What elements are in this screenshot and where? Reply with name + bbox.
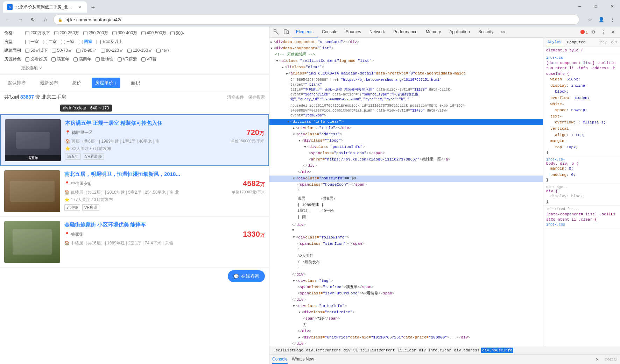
error-count[interactable]: 🔴 1 [580, 28, 588, 36]
room-5plus[interactable]: 五室及以上 [97, 39, 123, 45]
more-options-button[interactable]: 更多选项 ∨ [21, 65, 42, 71]
dom-line[interactable]: ▼ <div class="houseInfo" == $0 [269, 176, 543, 182]
dom-line[interactable]: ▼ <div class="priceInfo" > [269, 303, 543, 309]
dom-line[interactable]: <span class="houseIcon" ></span> [269, 182, 543, 188]
room-1[interactable]: 一室 [25, 39, 39, 45]
minimize-button[interactable]: ─ [572, 0, 588, 13]
console-close-button[interactable]: ✕ [596, 357, 599, 362]
feature-subway[interactable]: 近地铁 [96, 56, 113, 62]
dom-tree[interactable]: ▶ <div data-component="c_semCard" ></div… [269, 38, 543, 346]
listing-title[interactable]: 金融街鲍家街 小区环境优美 能停车 [64, 221, 265, 228]
forward-button[interactable]: → [15, 15, 25, 24]
inspect-element-button[interactable] [272, 28, 281, 36]
bookmark-button[interactable]: ☆ [585, 15, 595, 24]
dom-line[interactable]: ▼ <div class="totalPrice" > [269, 309, 543, 316]
sort-unit-price[interactable]: 房屋单价 ↓ [92, 78, 120, 88]
breadcrumb-item[interactable]: ul.sellListContent [352, 348, 396, 353]
feature-good[interactable]: 必看好房 [25, 56, 47, 62]
area-120-150[interactable]: 120-150㎡ [127, 48, 152, 53]
dom-line[interactable]: </div> [269, 272, 543, 278]
listing-card[interactable]: 满五年 本房满五年 正规一居室 精装修可拎包入住 📍 德胜里一区 720万 [0, 114, 269, 166]
breadcrumb-item-selected[interactable]: div.houseInfo [481, 348, 513, 353]
price-250-300[interactable]: 250-300万 [83, 30, 108, 36]
listing-title[interactable]: 南北五居，明厨明卫，恒温恒湿恒氧新风，2018... [64, 170, 265, 178]
room-4[interactable]: 四室 [79, 39, 92, 45]
price-500-plus[interactable]: 500- [170, 31, 184, 36]
dom-line[interactable]: ▼ <ul class="sellListContent" log-mod="l… [269, 58, 543, 64]
listing-card[interactable]: 南北五居，明厨明卫，恒温恒湿恒氧新风，2018... 📍 中信国安府 4582万… [0, 166, 269, 217]
whats-new-tab[interactable]: What's New [292, 355, 314, 364]
feature-vr[interactable]: VR房源 [118, 56, 137, 62]
style-filter[interactable]: :hov .cls [598, 40, 617, 44]
room-3[interactable]: 三室 [61, 39, 75, 45]
sort-area[interactable]: 面积 [127, 78, 143, 88]
dom-line[interactable]: <span >720</span> [269, 316, 543, 322]
back-button[interactable]: ← [3, 15, 13, 24]
room-2[interactable]: 二室 [43, 39, 57, 45]
listing-card[interactable]: 金融街鲍家街 小区环境优美 能停车 📍 鲍家街 1330万 🏠 中楼层（共16层… [0, 217, 269, 267]
dom-line[interactable]: </div> [269, 169, 543, 176]
dom-line[interactable]: 64408954298490088" href="https://bj.ke.c… [269, 77, 465, 103]
breadcrumb-item[interactable]: div [343, 348, 352, 353]
dom-line[interactable]: <span class="isVrFutureHome" >VR看装修</spa… [269, 291, 543, 297]
browser-tab[interactable]: K 北京单价从高到低二手房_北京房... ✕ [3, 1, 87, 13]
home-button[interactable]: ⌂ [41, 15, 50, 24]
computed-tab[interactable]: Computed [566, 40, 587, 45]
dom-line[interactable]: </div> [269, 222, 543, 228]
tab-security[interactable]: Security [474, 27, 498, 37]
devtools-close-button[interactable]: ✕ [609, 28, 617, 36]
feature-5year[interactable]: 满五年 [51, 56, 69, 62]
address-bar[interactable]: 🔒 bj.ke.com/ershoufang/co42/ [53, 15, 579, 24]
dom-line[interactable]: ▼ <div class="address" > [269, 131, 543, 138]
save-search-button[interactable]: 保存搜索 [248, 94, 265, 100]
dom-line[interactable]: ▶ <div class="title" ></div> [269, 125, 543, 131]
device-mode-button[interactable] [282, 28, 290, 36]
refresh-button[interactable]: ↻ [28, 15, 38, 24]
tab-application[interactable]: Application [445, 27, 474, 37]
clear-conditions-button[interactable]: 清空条件 [227, 94, 244, 100]
price-300-400[interactable]: 300-400万 [112, 30, 137, 36]
dom-line[interactable]: <!-- 无搜索结果 --> [269, 52, 543, 58]
dom-line[interactable]: <a href="https://bj.ke.com/xiaoqu/111102… [269, 157, 543, 163]
dom-line[interactable]: <span class="positionIcon" ></span> [269, 150, 543, 157]
sort-default[interactable]: 默认排序 [4, 78, 29, 88]
breadcrumb-item[interactable]: div.address [453, 348, 481, 353]
dom-line[interactable]: ▶ <div class="unitPrice" data-hid="10110… [269, 335, 543, 341]
feature-vr2[interactable]: VR着 [141, 56, 157, 62]
tab-sources[interactable]: Sources [341, 27, 365, 37]
devtools-settings-button[interactable]: ⚙ [589, 28, 598, 36]
new-tab-button[interactable]: + [88, 3, 98, 13]
dom-line[interactable]: ▼ <div class="info clear" > [269, 119, 543, 125]
tab-memory[interactable]: Memory [422, 27, 445, 37]
tab-elements[interactable]: Elements [292, 27, 318, 37]
price-400-500[interactable]: 400-500万 [141, 30, 166, 36]
devtools-menu-button[interactable]: ⋮ [599, 28, 607, 36]
menu-button[interactable]: ⋮ [607, 15, 617, 24]
dom-line[interactable]: ▼ <div class="positionInfo" > [269, 144, 543, 150]
price-200-below[interactable]: 200万以下 [25, 30, 50, 36]
dom-line[interactable]: </div> [269, 297, 543, 303]
dom-line[interactable]: ▶ <li class="clear" > [269, 64, 543, 71]
dom-line[interactable]: </div> [269, 328, 543, 335]
sort-newest[interactable]: 最新发布 [36, 78, 62, 88]
dom-line[interactable]: " [269, 247, 543, 253]
area-150plus[interactable]: 150- [156, 48, 170, 53]
tab-console[interactable]: Console [318, 27, 341, 37]
dom-line[interactable]: <span class="sterIcon" ></span> [269, 241, 543, 247]
close-button[interactable]: ✕ [604, 0, 620, 13]
breadcrumb-item[interactable]: .sellListPage [272, 348, 304, 353]
more-options-row[interactable]: 更多选项 ∨ [4, 64, 265, 72]
console-tab[interactable]: Console [272, 355, 288, 364]
tab-performance[interactable]: Performance [389, 27, 422, 37]
dom-line[interactable]: ▼ <div class="followInfo" > [269, 234, 543, 241]
dom-line[interactable]: </div> [269, 341, 543, 346]
breadcrumb-item[interactable]: div.leftContent [305, 348, 342, 353]
feature-2year[interactable]: 满两年 [73, 56, 91, 62]
dom-line[interactable]: " [269, 188, 543, 194]
dom-line[interactable]: ▶ <div data-component="c_semCard" ></div… [269, 39, 543, 45]
price-200-250[interactable]: 200-250万 [54, 30, 79, 36]
dom-line[interactable]: housedel_id:101107657151&resblock_id=111… [269, 103, 465, 119]
area-90-120[interactable]: 90-120㎡ [101, 48, 123, 53]
breadcrumb-item[interactable]: div.info.clear [418, 348, 452, 353]
account-button[interactable]: 👤 [596, 15, 606, 24]
